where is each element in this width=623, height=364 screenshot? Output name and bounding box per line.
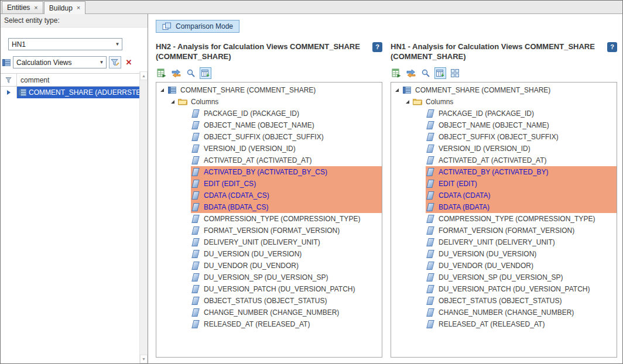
tree-item-label: DU_VERSION_SP (DU_VERSION_SP) (439, 273, 563, 281)
expand-view-button[interactable] (200, 67, 211, 79)
tab-entities-label: Entities (7, 4, 30, 12)
tree-item-column[interactable]: CDATA (CDATA) (391, 190, 617, 201)
help-icon[interactable]: ? (607, 42, 617, 52)
zoom-button[interactable] (185, 67, 197, 79)
tree-item-column[interactable]: EDIT (EDIT) (391, 178, 617, 190)
tree-item-column[interactable]: ACTIVATED_BY (ACTIVATED_BY_CS) (156, 166, 382, 178)
column-icon (191, 145, 200, 153)
tree-item-label: CDATA (CDATA) (439, 191, 490, 200)
tree-item-column[interactable]: PACKAGE_ID (PACKAGE_ID) (156, 108, 382, 119)
tree-item-column[interactable]: DELIVERY_UNIT (DELIVERY_UNIT) (391, 236, 617, 248)
tree-item-column[interactable]: PACKAGE_ID (PACKAGE_ID) (391, 108, 617, 119)
tree-item-column[interactable]: OBJECT_SUFFIX (OBJECT_SUFFIX) (156, 131, 382, 143)
scroll-up-icon[interactable]: ▲ (140, 71, 148, 80)
close-icon[interactable]: × (77, 5, 80, 11)
help-icon[interactable]: ? (372, 42, 382, 52)
chevron-down-icon: ▼ (113, 42, 122, 47)
tree-item-column[interactable]: OBJECT_STATUS (OBJECT_STATUS) (391, 295, 617, 307)
expand-arrow-icon[interactable] (405, 100, 410, 104)
sidebar-scrollbar[interactable]: ▲ ▼ (139, 71, 148, 363)
clear-filter-button[interactable]: ✕ (124, 56, 134, 68)
tree-item-column[interactable]: OBJECT_NAME (OBJECT_NAME) (391, 119, 617, 131)
tree-item-column[interactable]: DU_VERSION (DU_VERSION) (391, 248, 617, 260)
entity-list-header[interactable]: comment (1, 74, 139, 87)
tree-item-column[interactable]: RELEASED_AT (RELEASED_AT) (391, 318, 617, 330)
zoom-button[interactable] (420, 67, 432, 79)
column-icon (191, 308, 200, 317)
tree-item-column[interactable]: BDATA (BDATA) (391, 201, 617, 213)
tree-item-label: FORMAT_VERSION (FORMAT_VERSION) (204, 226, 340, 235)
column-icon (191, 168, 200, 176)
transfer-data-button[interactable] (170, 67, 182, 79)
tree-item-columns[interactable]: Columns (391, 96, 617, 108)
tree-item-column[interactable]: DU_VERSION_SP (DU_VERSION_SP) (391, 272, 617, 283)
tree-item-column[interactable]: ACTIVATED_BY (ACTIVATED_BY) (391, 166, 617, 178)
tab-entities[interactable]: Entities × (2, 1, 43, 13)
filter-button[interactable] (109, 56, 121, 68)
tree-item-root[interactable]: COMMENT_SHARE (COMMENT_SHARE) (156, 84, 382, 96)
tree-item-column[interactable]: OBJECT_SUFFIX (OBJECT_SUFFIX) (391, 131, 617, 143)
expand-arrow-icon[interactable] (159, 88, 165, 92)
grid-view-button[interactable] (449, 67, 461, 79)
export-excel-button[interactable] (156, 67, 167, 79)
tree-item-label: BDATA (BDATA) (439, 203, 490, 211)
tab-buildup[interactable]: Buildup × (44, 1, 85, 14)
tree-item-label: Columns (191, 98, 218, 106)
table-icon (167, 86, 177, 94)
column-icon (191, 133, 200, 141)
tree-item-label: DU_VENDOR (DU_VENDOR) (204, 262, 299, 270)
list-item[interactable]: COMMENT_SHARE (ADUERRSTEIN_T (1, 87, 139, 98)
tree-item-column[interactable]: DU_VENDOR (DU_VENDOR) (156, 260, 382, 272)
tree-item-column[interactable]: RELEASED_AT (RELEASED_AT) (156, 318, 382, 330)
tree-item-column[interactable]: DU_VERSION (DU_VERSION) (156, 248, 382, 260)
column-icon (426, 285, 435, 293)
column-icon (426, 226, 435, 235)
tree-item-column[interactable]: FORMAT_VERSION (FORMAT_VERSION) (156, 225, 382, 236)
export-excel-button[interactable] (391, 67, 402, 79)
tree-item-label: CHANGE_NUMBER (CHANGE_NUMBER) (439, 308, 574, 317)
entity-type-select[interactable]: HN1 ▼ (8, 38, 122, 50)
tree-item-column[interactable]: DU_VERSION_PATCH (DU_VERSION_PATCH) (156, 283, 382, 295)
tree-item-column[interactable]: FORMAT_VERSION (FORMAT_VERSION) (391, 225, 617, 236)
tree-item-column[interactable]: VERSION_ID (VERSION_ID) (156, 143, 382, 154)
tree-item-column[interactable]: DU_VERSION_SP (DU_VERSION_SP) (156, 272, 382, 283)
panel-hn1: HN1 - Analysis for Calculation Views COM… (391, 42, 617, 358)
tree-item-column[interactable]: COMPRESSION_TYPE (COMPRESSION_TYPE) (156, 213, 382, 225)
tree-item-label: BDATA (BDATA_CS) (204, 203, 268, 211)
comparison-mode-button[interactable]: Comparison Mode (156, 20, 239, 33)
expand-view-button[interactable] (434, 67, 446, 79)
expand-arrow-icon[interactable] (170, 100, 176, 104)
tree-item-root[interactable]: COMMENT_SHARE (COMMENT_SHARE) (391, 84, 617, 96)
sidebar: Select entity type: HN1 ▼ Calculation Vi… (1, 14, 148, 363)
tree-item-column[interactable]: DELIVERY_UNIT (DELIVERY_UNIT) (156, 236, 382, 248)
entity-type-value: HN1 (12, 40, 26, 49)
tree-item-column[interactable]: OBJECT_NAME (OBJECT_NAME) (156, 119, 382, 131)
tree-item-column[interactable]: ACTIVATED_AT (ACTIVATED_AT) (391, 154, 617, 166)
tree-item-column[interactable]: CHANGE_NUMBER (CHANGE_NUMBER) (156, 307, 382, 318)
tree-item-column[interactable]: ACTIVATED_AT (ACTIVATED_AT) (156, 154, 382, 166)
panel-hn1-toolbar (391, 67, 617, 80)
tree-item-column[interactable]: COMPRESSION_TYPE (COMPRESSION_TYPE) (391, 213, 617, 225)
column-icon (426, 262, 435, 270)
scroll-down-icon[interactable]: ▼ (140, 355, 148, 363)
tree-item-column[interactable]: VERSION_ID (VERSION_ID) (391, 143, 617, 154)
view-type-select[interactable]: Calculation Views ▼ (13, 56, 107, 68)
tree-item-column[interactable]: CHANGE_NUMBER (CHANGE_NUMBER) (391, 307, 617, 318)
tree-item-column[interactable]: OBJECT_STATUS (OBJECT_STATUS) (156, 295, 382, 307)
expand-arrow-icon[interactable] (394, 88, 400, 92)
tree-item-column[interactable]: CDATA (CDATA_CS) (156, 190, 382, 201)
column-icon (191, 297, 200, 305)
table-icon (402, 86, 412, 94)
column-icon (426, 180, 435, 188)
tree-item-column[interactable]: DU_VERSION_PATCH (DU_VERSION_PATCH) (391, 283, 617, 295)
tree-item-column[interactable]: EDIT (EDIT_CS) (156, 178, 382, 190)
tree-item-columns[interactable]: Columns (156, 96, 382, 108)
column-header-comment[interactable]: comment (17, 74, 139, 86)
column-icon (426, 109, 435, 118)
transfer-data-button[interactable] (405, 67, 417, 79)
tree-item-column[interactable]: DU_VENDOR (DU_VENDOR) (391, 260, 617, 272)
close-icon[interactable]: × (34, 5, 37, 11)
tree-item-column[interactable]: BDATA (BDATA_CS) (156, 201, 382, 213)
expand-view-icon (201, 68, 210, 78)
column-icon (426, 250, 435, 258)
